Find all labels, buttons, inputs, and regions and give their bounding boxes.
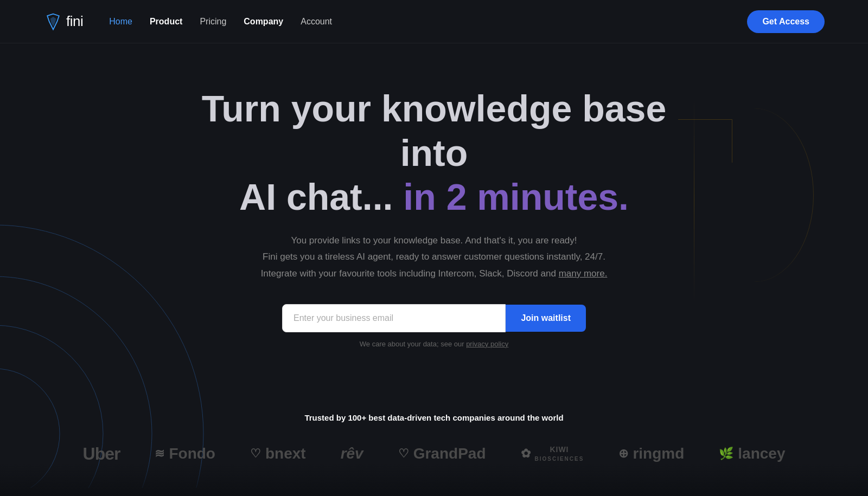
fondo-text: Fondo — [169, 445, 215, 462]
rev-text: rêv — [341, 445, 363, 462]
hero-subtext: You provide links to your knowledge base… — [255, 233, 613, 282]
fondo-icon: ≋ — [155, 447, 164, 461]
hero-sub-line2: Fini gets you a tireless AI agent, ready… — [263, 252, 605, 262]
privacy-note: We care about your data; see our privacy… — [0, 340, 868, 348]
grandpad-text: GrandPad — [413, 445, 486, 462]
email-input[interactable] — [282, 304, 506, 332]
email-form: Join waitlist — [282, 304, 586, 332]
nav-links: Home Product Pricing Company Account — [109, 17, 332, 27]
privacy-note-text: We care about your data; see our — [360, 340, 466, 348]
nav-item-account[interactable]: Account — [301, 17, 332, 27]
nav-link-pricing[interactable]: Pricing — [200, 17, 226, 26]
logos-row: Uber ≋ Fondo ♡ bnext rêv ♡ GrandPad ✿ KI… — [43, 444, 825, 464]
logo-rev: rêv — [341, 445, 363, 462]
logo-bnext: ♡ bnext — [250, 445, 306, 462]
get-access-button[interactable]: Get Access — [747, 10, 825, 33]
uber-text: Uber — [83, 444, 120, 464]
logo-ringmd: ⊕ ringmd — [618, 445, 684, 462]
hero-headline: Turn your knowledge base into AI chat...… — [190, 87, 678, 220]
nav-link-company[interactable]: Company — [244, 17, 283, 26]
ringmd-text: ringmd — [633, 445, 684, 462]
logo-uber: Uber — [83, 444, 120, 464]
lancey-icon: 🌿 — [719, 447, 733, 461]
nav-item-company[interactable]: Company — [244, 17, 283, 27]
hero-section: Turn your knowledge base into AI chat...… — [0, 43, 868, 402]
lancey-text: lancey — [738, 445, 785, 462]
logo[interactable]: fini — [43, 12, 83, 31]
trusted-section: Trusted by 100+ best data-driven tech co… — [0, 402, 868, 486]
navbar: fini Home Product Pricing Company Accoun… — [0, 0, 868, 43]
hero-headline-part2: AI chat... — [239, 176, 403, 217]
kiwi-icon: ✿ — [521, 447, 531, 461]
nav-right: Get Access — [747, 10, 825, 33]
logo-kiwi: ✿ KIWIBIOSCIENCES — [521, 445, 584, 462]
hero-sub-link[interactable]: many more. — [559, 268, 608, 279]
privacy-policy-link[interactable]: privacy policy — [466, 340, 508, 348]
trusted-title: Trusted by 100+ best data-driven tech co… — [43, 413, 825, 422]
nav-item-product[interactable]: Product — [150, 17, 182, 27]
logo-lancey: 🌿 lancey — [719, 445, 785, 462]
nav-link-account[interactable]: Account — [301, 17, 332, 26]
logo-fondo: ≋ Fondo — [155, 445, 215, 462]
logo-grandpad: ♡ GrandPad — [398, 445, 486, 462]
hero-headline-part1: Turn your knowledge base into — [202, 88, 666, 173]
hero-sub-line3: Integrate with your favourite tools incl… — [261, 268, 559, 279]
grandpad-icon: ♡ — [398, 447, 409, 461]
bnext-text: bnext — [265, 445, 306, 462]
nav-item-home[interactable]: Home — [109, 17, 132, 27]
join-waitlist-button[interactable]: Join waitlist — [506, 305, 586, 332]
hero-headline-highlight: in 2 minutes. — [403, 176, 629, 217]
nav-link-product[interactable]: Product — [150, 17, 182, 26]
nav-link-home[interactable]: Home — [109, 17, 132, 26]
kiwi-text: KIWIBIOSCIENCES — [535, 445, 584, 462]
bnext-icon: ♡ — [250, 447, 261, 461]
ringmd-icon: ⊕ — [618, 447, 628, 461]
hero-sub-line1: You provide links to your knowledge base… — [291, 235, 577, 246]
nav-left: fini Home Product Pricing Company Accoun… — [43, 12, 332, 31]
nav-item-pricing[interactable]: Pricing — [200, 17, 226, 27]
logo-text: fini — [66, 13, 83, 30]
